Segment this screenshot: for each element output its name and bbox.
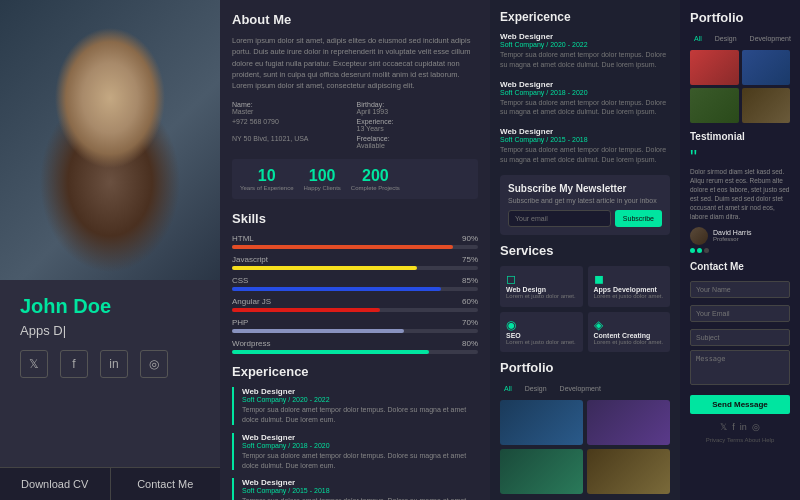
footer-linkedin-icon[interactable]: in <box>740 422 747 432</box>
right-panel: Portfolio All Design Development Testimo… <box>680 0 800 500</box>
svc-apps: ◼ Apps Development Lorem et justo dolor … <box>588 266 671 307</box>
experience-list-mid: Web Designer Soft Company / 2020 - 2022 … <box>232 387 478 500</box>
skill-php: PHP70% <box>232 318 478 333</box>
skills-title: Skills <box>232 211 478 226</box>
experience-panel: Expericence Web Designer Soft Company / … <box>490 0 680 500</box>
portfolio-title-right: Portfolio <box>690 10 790 25</box>
phone-val: +972 568 0790 <box>232 118 354 125</box>
exp-entry-1: Web Designer Soft Company / 2020 - 2022 … <box>500 32 670 70</box>
send-message-button[interactable]: Send Message <box>690 395 790 414</box>
portfolio-img-1 <box>690 50 739 85</box>
contact-message-input[interactable] <box>690 350 790 385</box>
social-icons-row: 𝕏 f in ◎ <box>20 350 200 378</box>
author-role: Professor <box>713 236 752 242</box>
newsletter-title-exp: Subscribe My Newsletter <box>508 183 662 194</box>
portfolio-thumb-3 <box>500 449 583 494</box>
svc-apps-icon: ◼ <box>594 272 665 286</box>
newsletter-sub-exp: Subscribe and get my latest article in y… <box>508 197 662 204</box>
exp-entries: Web Designer Soft Company / 2020 - 2022 … <box>500 32 670 165</box>
filter-all-right[interactable]: All <box>690 33 706 44</box>
carousel-dots <box>690 248 790 253</box>
download-cv-button[interactable]: Download CV <box>0 468 111 500</box>
svc-content-icon: ◈ <box>594 318 665 332</box>
contact-me-button[interactable]: Contact Me <box>111 468 221 500</box>
svc-seo-icon: ◉ <box>506 318 577 332</box>
info-grid: Name: Master Birthday: April 1993 +972 5… <box>232 101 478 149</box>
skills-list: HTML90% Javascript75% CSS85% Angular JS6… <box>232 234 478 354</box>
testimonial-section: Testimonial " Dolor sirmod diam slet kas… <box>690 131 790 253</box>
stat-clients: 100 Happy Clients <box>303 167 340 191</box>
portfolio-images <box>690 50 790 123</box>
newsletter-input-exp[interactable] <box>508 210 611 227</box>
instagram-icon[interactable]: ◎ <box>140 350 168 378</box>
skill-css: CSS85% <box>232 276 478 291</box>
linkedin-icon[interactable]: in <box>100 350 128 378</box>
person-name: John Doe <box>20 295 200 318</box>
footer-twitter-icon[interactable]: 𝕏 <box>720 422 727 432</box>
filter-design-right[interactable]: Design <box>711 33 741 44</box>
portfolio-filter-right: All Design Development <box>690 33 790 44</box>
services-exp: ◻ Web Design Lorem et justo dolor amet. … <box>500 266 670 353</box>
author-name: David Harris <box>713 229 752 236</box>
twitter-icon[interactable]: 𝕏 <box>20 350 48 378</box>
left-panel: John Doe Apps D| 𝕏 f in ◎ Download CV Co… <box>0 0 220 500</box>
contact-name-input[interactable] <box>690 281 790 298</box>
filter-design[interactable]: Design <box>521 383 551 394</box>
filter-dev[interactable]: Development <box>556 383 605 394</box>
profile-image <box>0 0 220 280</box>
exp-item-3: Web Designer Soft Company / 2015 - 2018 … <box>232 478 478 500</box>
footer-social: 𝕏 f in ◎ <box>690 422 790 432</box>
quote-mark: " <box>690 147 790 167</box>
portfolio-thumb-1 <box>500 400 583 445</box>
facebook-icon[interactable]: f <box>60 350 88 378</box>
about-text: Lorem ipsum dolor sit amet, adipis elite… <box>232 35 478 91</box>
status-val: Available <box>357 142 479 149</box>
name-val: Master <box>232 108 354 115</box>
contact-email-input[interactable] <box>690 305 790 322</box>
skill-wordpress: Wordpress80% <box>232 339 478 354</box>
exp-section-title: Expericence <box>500 10 670 24</box>
svc-content: ◈ Content Creating Lorem et justo dolor … <box>588 312 671 353</box>
dot-1[interactable] <box>690 248 695 253</box>
contact-section: Contact Me Send Message <box>690 261 790 414</box>
name-section: John Doe Apps D| 𝕏 f in ◎ <box>0 280 220 467</box>
newsletter-exp: Subscribe My Newsletter Subscribe and ge… <box>500 175 670 235</box>
portfolio-thumb-4 <box>587 449 670 494</box>
portfolio-img-2 <box>742 50 791 85</box>
author-avatar <box>690 227 708 245</box>
portfolio-img-4 <box>742 88 791 123</box>
person-silhouette <box>0 0 220 280</box>
birthday-val: April 1993 <box>357 108 479 115</box>
exp-item-1: Web Designer Soft Company / 2020 - 2022 … <box>232 387 478 425</box>
contact-subject-input[interactable] <box>690 329 790 346</box>
exp-val: 13 Years <box>357 125 479 132</box>
footer-facebook-icon[interactable]: f <box>732 422 735 432</box>
newsletter-btn-exp[interactable]: Subscribe <box>615 210 662 227</box>
portfolio-grid-exp <box>500 400 670 494</box>
about-title: About Me <box>232 12 478 27</box>
services-title-exp: Services <box>500 243 670 258</box>
birthday-label: Birthday: <box>357 101 479 108</box>
address-val: NY 50 Blvd, 11021, USA <box>232 135 354 142</box>
footer-copyright: Privacy Terms About Help <box>690 437 790 443</box>
skill-js: Javascript75% <box>232 255 478 270</box>
filter-dev-right[interactable]: Development <box>746 33 795 44</box>
portfolio-exp: Portfolio All Design Development <box>500 360 670 494</box>
dot-2[interactable] <box>697 248 702 253</box>
footer-instagram-icon[interactable]: ◎ <box>752 422 760 432</box>
skill-angular: Angular JS60% <box>232 297 478 312</box>
filter-all[interactable]: All <box>500 383 516 394</box>
exp-label: Experience: <box>357 118 479 125</box>
testimonial-title: Testimonial <box>690 131 790 142</box>
contact-title: Contact Me <box>690 261 790 272</box>
svc-webdesign-icon: ◻ <box>506 272 577 286</box>
portfolio-filter-exp: All Design Development <box>500 383 670 394</box>
person-title: Apps D| <box>20 323 200 338</box>
stat-experience: 10 Years of Experience <box>240 167 293 191</box>
skill-html: HTML90% <box>232 234 478 249</box>
svc-seo: ◉ SEO Lorem et justo dolor amet. <box>500 312 583 353</box>
portfolio-thumb-2 <box>587 400 670 445</box>
testimonial-text: Dolor sirmod diam slet kasd sed. Aliqu r… <box>690 167 790 222</box>
dot-3[interactable] <box>704 248 709 253</box>
exp-title-mid: Expericence <box>232 364 478 379</box>
